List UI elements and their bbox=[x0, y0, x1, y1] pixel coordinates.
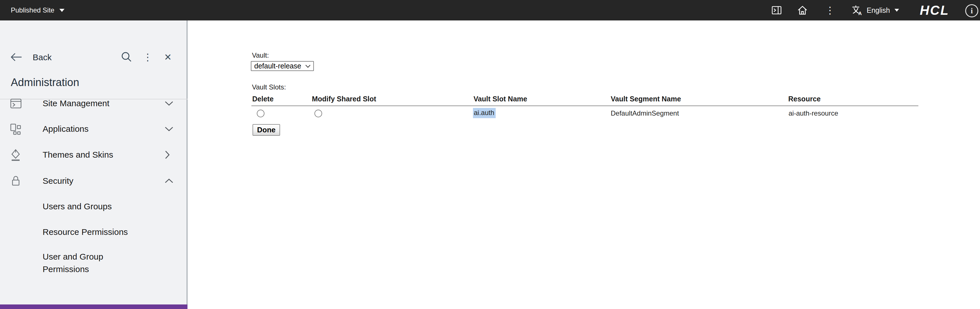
theme-pen-icon bbox=[10, 148, 22, 161]
done-button[interactable]: Done bbox=[253, 124, 280, 136]
sidebar-item-label: Security bbox=[43, 176, 73, 186]
sidebar-item-resource-permissions[interactable]: Resource Permissions bbox=[0, 220, 188, 245]
info-icon[interactable]: i bbox=[965, 4, 978, 18]
overflow-menu-icon[interactable]: ⋮ bbox=[824, 0, 836, 21]
administration-sidebar: Back ⋮ × Administration Site Management bbox=[0, 21, 188, 309]
sidebar-item-label: Themes and Skins bbox=[43, 150, 113, 159]
back-arrow-icon[interactable] bbox=[10, 51, 23, 63]
console-panel-icon[interactable] bbox=[770, 0, 783, 21]
column-header-vault-segment-name: Vault Segment Name bbox=[611, 95, 681, 103]
vault-label: Vault: bbox=[252, 51, 269, 59]
chevron-down-icon bbox=[164, 100, 174, 107]
language-selector[interactable]: A English bbox=[851, 0, 899, 21]
hcl-logo-text: HCL bbox=[920, 3, 949, 18]
vault-slot-name-cell[interactable]: ai.auth bbox=[473, 108, 496, 118]
kebab-glyph: ⋮ bbox=[825, 8, 835, 12]
sidebar-item-site-management[interactable]: Site Management bbox=[0, 91, 188, 116]
vault-select[interactable]: default-release bbox=[251, 61, 314, 71]
vault-select-value: default-release bbox=[254, 62, 301, 70]
svg-text:A: A bbox=[858, 11, 862, 16]
delete-radio[interactable] bbox=[257, 110, 264, 117]
kebab-glyph: ⋮ bbox=[143, 55, 153, 59]
close-icon[interactable]: × bbox=[161, 50, 175, 64]
sidebar-item-user-and-group-permissions[interactable]: User and Group Permissions bbox=[0, 248, 188, 284]
sidebar-item-credential-vault[interactable]: Credential Vault bbox=[0, 304, 188, 309]
resource-cell: ai-auth-resource bbox=[789, 109, 838, 117]
published-site-menu[interactable]: Published Site bbox=[11, 0, 64, 21]
search-icon[interactable] bbox=[119, 50, 133, 64]
modify-shared-slot-radio[interactable] bbox=[315, 110, 322, 117]
site-window-icon bbox=[10, 97, 22, 110]
hcl-logo: HCL bbox=[920, 0, 949, 21]
chevron-down-icon bbox=[59, 9, 64, 12]
chevron-down-icon bbox=[894, 9, 899, 12]
close-glyph: × bbox=[164, 50, 172, 64]
sidebar-item-themes-and-skins[interactable]: Themes and Skins bbox=[0, 142, 188, 167]
column-header-delete: Delete bbox=[252, 95, 274, 103]
page-title: Administration bbox=[11, 76, 79, 89]
sidebar-item-users-and-groups[interactable]: Users and Groups bbox=[0, 194, 188, 219]
back-button[interactable]: Back bbox=[33, 53, 52, 62]
column-header-modify-shared-slot: Modify Shared Slot bbox=[312, 95, 376, 103]
sidebar-item-label: Applications bbox=[43, 124, 89, 134]
table-header-rule bbox=[251, 105, 918, 106]
translate-icon: A bbox=[851, 5, 862, 16]
vault-segment-name-cell: DefaultAdminSegment bbox=[611, 109, 679, 117]
sidebar-item-security[interactable]: Security bbox=[0, 168, 188, 194]
chevron-down-icon bbox=[305, 64, 311, 68]
vault-slots-label: Vault Slots: bbox=[252, 83, 286, 91]
credential-vault-content: Vault: default-release Vault Slots: Dele… bbox=[188, 21, 980, 309]
chevron-down-icon bbox=[164, 126, 174, 132]
chevron-right-icon bbox=[164, 150, 170, 159]
info-glyph: i bbox=[970, 6, 973, 15]
sidebar-item-applications[interactable]: Applications bbox=[0, 116, 188, 142]
lock-icon bbox=[10, 175, 22, 187]
sidebar-item-label: Resource Permissions bbox=[43, 227, 128, 237]
back-row: Back ⋮ × bbox=[0, 49, 188, 65]
chevron-up-icon bbox=[164, 178, 174, 184]
column-header-vault-slot-name: Vault Slot Name bbox=[474, 95, 527, 103]
home-icon[interactable] bbox=[796, 0, 809, 21]
applications-icon bbox=[10, 123, 22, 135]
sidebar-item-label: User and Group Permissions bbox=[43, 250, 142, 276]
top-bar: Published Site ⋮ A English bbox=[0, 0, 980, 21]
published-site-label: Published Site bbox=[11, 6, 54, 14]
language-label: English bbox=[867, 6, 890, 14]
column-header-resource: Resource bbox=[788, 95, 821, 103]
sidebar-item-label: Site Management bbox=[43, 99, 109, 108]
kebab-menu-icon[interactable]: ⋮ bbox=[141, 50, 154, 64]
sidebar-item-label: Users and Groups bbox=[43, 202, 111, 211]
